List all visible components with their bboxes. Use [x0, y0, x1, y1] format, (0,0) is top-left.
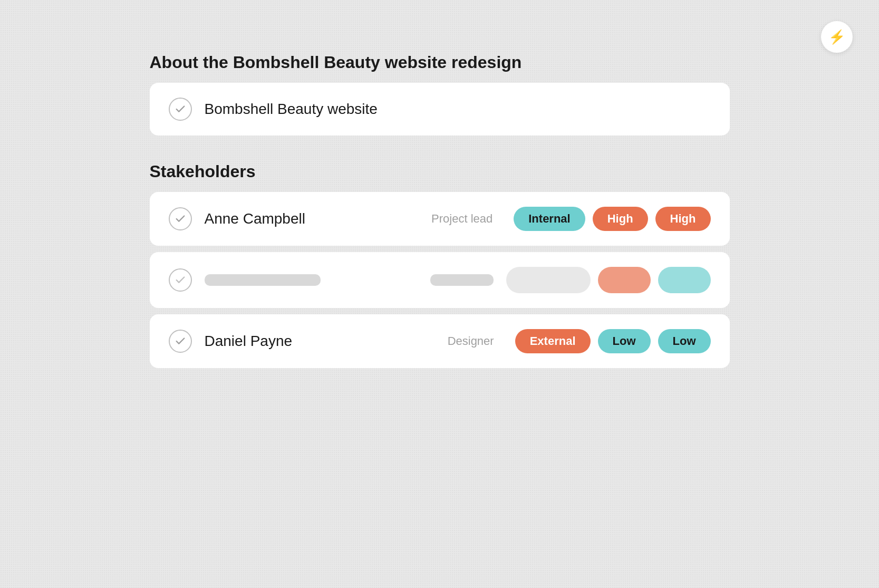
lightning-icon: ⚡: [828, 29, 845, 45]
anne-check-circle: [169, 207, 192, 230]
daniel-badge-low-2: Low: [658, 329, 711, 353]
daniel-name: Daniel Payne: [205, 333, 435, 350]
anne-badge-internal: Internal: [514, 207, 585, 231]
daniel-badge-low-1: Low: [598, 329, 651, 353]
project-card: Bombshell Beauty website: [150, 83, 730, 136]
stakeholders-section: Stakeholders Anne Campbell Project lead …: [150, 162, 730, 368]
skeleton-badges: [506, 267, 711, 293]
anne-badge-high-1: High: [593, 207, 648, 231]
project-name: Bombshell Beauty website: [205, 101, 711, 118]
skeleton-badge-teal: [658, 267, 711, 293]
project-check-circle: [169, 98, 192, 121]
about-section: About the Bombshell Beauty website redes…: [150, 53, 730, 136]
skeleton-role: [430, 274, 494, 286]
daniel-check-circle: [169, 330, 192, 353]
daniel-role: Designer: [448, 334, 494, 348]
skeleton-badge-orange: [598, 267, 651, 293]
anne-badges: Internal High High: [514, 207, 710, 231]
skeleton-row: [150, 252, 730, 308]
stakeholder-daniel-payne: Daniel Payne Designer External Low Low: [150, 314, 730, 368]
anne-badge-high-2: High: [655, 207, 711, 231]
anne-role: Project lead: [431, 212, 492, 226]
skeleton-check-circle: [169, 268, 192, 292]
stakeholders-title: Stakeholders: [150, 162, 730, 181]
skeleton-name: [205, 274, 321, 286]
main-content: About the Bombshell Beauty website redes…: [150, 53, 730, 374]
daniel-badge-external: External: [515, 329, 591, 353]
lightning-button[interactable]: ⚡: [821, 21, 853, 53]
daniel-badges: External Low Low: [515, 329, 711, 353]
anne-name: Anne Campbell: [205, 210, 419, 227]
skeleton-badge-wide: [506, 267, 591, 293]
stakeholder-anne-campbell: Anne Campbell Project lead Internal High…: [150, 192, 730, 246]
about-section-title: About the Bombshell Beauty website redes…: [150, 53, 730, 72]
